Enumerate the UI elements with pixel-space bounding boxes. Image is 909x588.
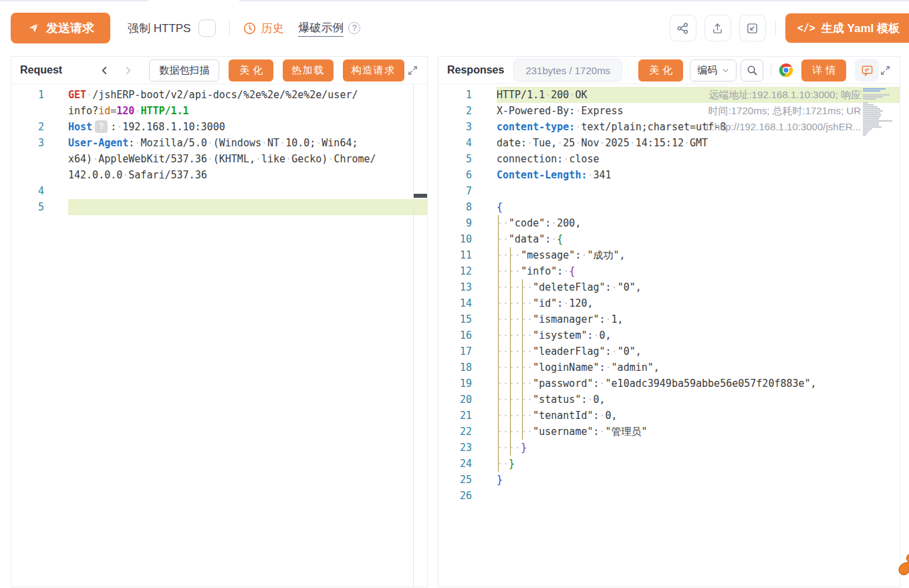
code-line[interactable]: x64)·AppleWebKit/537.36·(KHTML,·like·Gec…	[11, 151, 427, 167]
code-line[interactable]: 17······"leaderFlag":·"0",	[438, 343, 900, 359]
code-line[interactable]: 7	[438, 183, 900, 199]
line-number	[11, 151, 68, 167]
code-line[interactable]: 8{	[438, 199, 900, 215]
line-number	[11, 103, 68, 119]
code-line[interactable]: 3content-type:·text/plain;charset=utf-8	[438, 119, 900, 135]
code-line[interactable]: 4date:·Tue,·25·Nov·2025·14:15:12·GMT	[438, 135, 900, 151]
packet-scan-button[interactable]: 数据包扫描	[149, 59, 219, 82]
send-request-label: 发送请求	[46, 20, 94, 36]
help-question-icon[interactable]: ?	[348, 22, 360, 34]
code-line[interactable]: 20······"status":·0,	[438, 392, 900, 408]
code-line[interactable]: 15······"ismanager":·1,	[438, 311, 900, 327]
code-line[interactable]: 24··}	[438, 456, 900, 472]
line-number: 21	[438, 408, 497, 424]
line-number: 16	[438, 327, 497, 343]
request-panel: Request 数据包扫描 美化 热加载 构造请求 1GET·/jshERP-b…	[11, 56, 428, 587]
line-number: 17	[438, 343, 497, 359]
line-number: 5	[11, 199, 68, 215]
code-line[interactable]: 16······"isystem":·0,	[438, 327, 900, 343]
mascot-icon[interactable]	[890, 553, 909, 584]
response-beautify-button[interactable]: 美化	[638, 59, 683, 82]
code-line[interactable]: 26	[438, 488, 900, 504]
code-line[interactable]: 142.0.0.0·Safari/537.36	[11, 167, 427, 183]
code-line[interactable]: 13······"deleteFlag":·"0",	[438, 279, 900, 295]
paper-plane-icon	[27, 21, 40, 35]
line-number	[11, 167, 68, 183]
line-number: 9	[438, 215, 497, 231]
open-in-browser-button[interactable]	[779, 63, 793, 78]
chevron-left-icon[interactable]	[100, 65, 110, 76]
code-line[interactable]: 1GET·/jshERP-boot/v2/api-docs/%2e%2e/%2e…	[11, 87, 427, 103]
history-button[interactable]: 历史	[243, 21, 283, 36]
code-line[interactable]: 4	[11, 183, 427, 199]
scrollbar-track[interactable]	[413, 85, 414, 587]
code-line[interactable]: 22······"username":·"管理员"	[438, 424, 900, 440]
code-line[interactable]: 9··"code":·200,	[438, 215, 900, 231]
code-line[interactable]: 1HTTP/1.1·200·OK	[438, 87, 900, 103]
code-line[interactable]: 21······"tenantId":·0,	[438, 408, 900, 424]
generate-yaml-label: 生成 Yaml 模板	[821, 21, 900, 36]
code-line[interactable]: 11····"message":·"成功",	[438, 247, 900, 263]
code-line[interactable]: 12····"info":·{	[438, 263, 900, 279]
share-button[interactable]	[670, 15, 696, 41]
code-line[interactable]: 2X-Powered-By:·Express	[438, 103, 900, 119]
feedback-button[interactable]	[855, 59, 879, 82]
detail-button[interactable]: 详情	[801, 59, 846, 82]
blast-example-link[interactable]: 爆破示例	[298, 20, 344, 37]
code-line[interactable]: 25}	[438, 472, 900, 488]
line-number: 6	[438, 167, 497, 183]
hot-reload-button[interactable]: 热加载	[283, 59, 334, 82]
code-tag-icon: </>	[797, 22, 815, 34]
chrome-icon	[779, 63, 793, 78]
request-title: Request	[20, 64, 62, 76]
line-number: 12	[438, 263, 497, 279]
inline-help-badge[interactable]: ?	[95, 120, 108, 133]
request-editor[interactable]: 1GET·/jshERP-boot/v2/api-docs/%2e%2e/%2e…	[11, 85, 427, 587]
send-request-button[interactable]: 发送请求	[11, 13, 110, 43]
code-line[interactable]: 14······"id":·120,	[438, 295, 900, 311]
encoding-label: 编码	[697, 64, 717, 77]
code-line[interactable]: 19······"password":·"e10adc3949ba59abbe5…	[438, 376, 900, 392]
code-line[interactable]: 2Host?:·192.168.1.10:3000	[11, 119, 427, 135]
fullscreen-icon[interactable]	[880, 65, 891, 76]
line-number: 11	[438, 247, 497, 263]
code-line[interactable]: 6Content-Length:·341	[438, 167, 900, 183]
construct-request-button[interactable]: 构造请求	[343, 59, 404, 82]
line-number: 22	[438, 424, 497, 440]
beautify-button[interactable]: 美化	[229, 59, 273, 82]
share-icon	[676, 22, 689, 35]
line-number: 3	[11, 135, 68, 151]
code-line[interactable]: 3User-Agent:·Mozilla/5.0·(Windows·NT·10.…	[11, 135, 427, 151]
code-line[interactable]: 5	[11, 199, 427, 215]
responses-title: Responses	[447, 64, 504, 76]
generate-yaml-button[interactable]: </> 生成 Yaml 模板	[785, 13, 909, 43]
line-number: 24	[438, 456, 497, 472]
code-line[interactable]: 5connection:·close	[438, 151, 900, 167]
force-https-checkbox[interactable]	[199, 19, 216, 37]
export-button[interactable]	[704, 15, 731, 41]
chevron-right-icon[interactable]	[123, 65, 133, 76]
scrollbar-cursor-mark[interactable]	[414, 194, 427, 198]
line-number: 19	[438, 376, 497, 392]
search-icon	[747, 65, 758, 76]
line-number: 18	[438, 359, 497, 376]
response-editor[interactable]: 1HTTP/1.1·200·OK2X-Powered-By:·Express3c…	[438, 85, 900, 587]
response-code[interactable]: 1HTTP/1.1·200·OK2X-Powered-By:·Express3c…	[438, 85, 900, 504]
code-line[interactable]: info?id=120·HTTP/1.1	[11, 103, 427, 119]
line-number: 10	[438, 231, 497, 247]
import-icon	[746, 22, 759, 35]
line-number: 26	[438, 488, 497, 504]
import-button[interactable]	[739, 15, 766, 41]
encoding-dropdown[interactable]: 编码	[690, 59, 737, 82]
divider	[229, 21, 230, 35]
clock-icon	[243, 22, 256, 35]
line-number: 4	[11, 183, 68, 199]
code-line[interactable]: 18······"loginName":·"admin",	[438, 359, 900, 376]
code-line[interactable]: 23····}	[438, 440, 900, 456]
line-number: 8	[438, 199, 497, 215]
fullscreen-icon[interactable]	[407, 65, 418, 76]
line-number: 2	[11, 119, 68, 135]
search-button[interactable]	[741, 59, 763, 82]
code-line[interactable]: 10··"data":·{	[438, 231, 900, 247]
request-code[interactable]: 1GET·/jshERP-boot/v2/api-docs/%2e%2e/%2e…	[11, 85, 427, 215]
